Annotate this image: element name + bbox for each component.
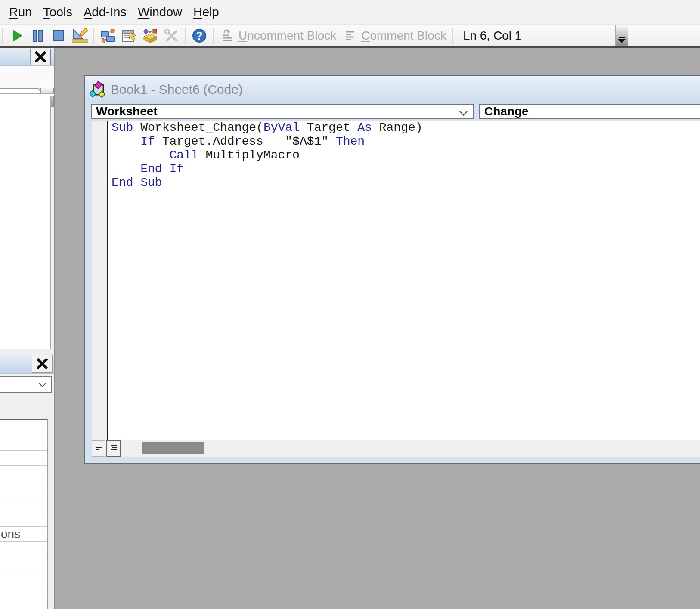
toolbar-options-button[interactable] bbox=[615, 25, 628, 46]
chevron-down-icon bbox=[38, 379, 46, 387]
code-window-combo-row: Worksheet Change bbox=[85, 103, 700, 121]
stop-button[interactable] bbox=[48, 25, 69, 46]
object-browser-icon bbox=[142, 28, 158, 44]
close-icon bbox=[35, 357, 49, 371]
object-browser-button[interactable] bbox=[139, 25, 161, 46]
toolbox-button[interactable] bbox=[161, 25, 182, 46]
uncomment-block-button[interactable]: Uncomment Block bbox=[220, 28, 336, 43]
property-row[interactable] bbox=[0, 511, 47, 526]
menu-item-addins[interactable]: Add-Ins bbox=[78, 5, 132, 19]
run-button[interactable] bbox=[6, 25, 27, 46]
full-module-view-icon bbox=[110, 445, 118, 452]
comment-block-label: Comment Block bbox=[361, 29, 446, 43]
worksheet-code-icon bbox=[90, 81, 106, 98]
property-row[interactable] bbox=[0, 496, 47, 511]
run-icon bbox=[9, 28, 25, 44]
code-window-titlebar[interactable]: Book1 - Sheet6 (Code) bbox=[85, 76, 700, 103]
properties-window-icon bbox=[121, 28, 137, 44]
scrollbar-thumb[interactable] bbox=[142, 442, 204, 454]
comment-block-button[interactable]: Comment Block bbox=[342, 28, 446, 43]
toolbar-separator bbox=[185, 28, 186, 44]
object-combobox-value: Worksheet bbox=[96, 105, 158, 118]
design-mode-icon bbox=[72, 28, 88, 44]
design-mode-button[interactable] bbox=[69, 25, 90, 46]
properties-object-combobox[interactable] bbox=[0, 376, 52, 393]
code-text[interactable]: Sub Worksheet_Change(ByVal Target As Ran… bbox=[108, 121, 700, 440]
property-row[interactable] bbox=[0, 466, 47, 481]
mdi-background: Book1 - Sheet6 (Code) Worksheet Change S… bbox=[55, 48, 700, 609]
property-row[interactable] bbox=[0, 481, 47, 496]
property-row[interactable] bbox=[0, 587, 47, 603]
procedure-combobox[interactable]: Change bbox=[479, 104, 700, 119]
procedure-view-icon bbox=[95, 445, 102, 451]
property-row[interactable] bbox=[0, 542, 47, 557]
object-combobox[interactable]: Worksheet bbox=[91, 104, 474, 119]
project-explorer-icon bbox=[100, 28, 116, 44]
uncomment-block-icon bbox=[220, 28, 235, 43]
menu-item-tools[interactable]: Tools bbox=[37, 5, 78, 19]
menu-item-window[interactable]: Window bbox=[132, 5, 188, 19]
property-row[interactable] bbox=[0, 557, 47, 572]
toolbox-icon bbox=[163, 28, 180, 44]
comment-block-icon bbox=[342, 28, 358, 43]
project-explorer-close-button[interactable] bbox=[30, 49, 50, 65]
property-row[interactable] bbox=[0, 435, 47, 450]
toolbar-separator bbox=[213, 28, 214, 44]
code-window: Book1 - Sheet6 (Code) Worksheet Change S… bbox=[84, 75, 700, 464]
close-icon bbox=[34, 50, 47, 64]
properties-window-button[interactable] bbox=[118, 25, 139, 46]
property-row[interactable]: ons bbox=[0, 527, 47, 542]
menu-bar: RunToolsAdd-InsWindowHelp bbox=[0, 0, 700, 25]
toolbar-separator bbox=[452, 28, 453, 44]
code-line: Call MultiplyMacro bbox=[112, 148, 700, 162]
help-icon: ? bbox=[191, 28, 208, 44]
property-row[interactable] bbox=[0, 451, 47, 466]
property-row[interactable] bbox=[0, 420, 47, 435]
code-line: If Target.Address = "$A$1" Then bbox=[112, 135, 700, 148]
toolbar-separator bbox=[2, 28, 3, 44]
toolbar: ? Uncomment Block Comment Block Ln 6, Co… bbox=[0, 25, 700, 48]
code-line: End If bbox=[112, 162, 700, 176]
caret-position-status: Ln 6, Col 1 bbox=[463, 29, 521, 43]
menu-item-run[interactable]: Run bbox=[3, 5, 37, 19]
help-button[interactable]: ? bbox=[189, 25, 210, 46]
code-margin-indicator-bar[interactable] bbox=[92, 121, 108, 440]
code-editor[interactable]: Sub Worksheet_Change(ByVal Target As Ran… bbox=[92, 121, 700, 440]
properties-grid: ons bbox=[0, 419, 48, 609]
procedure-combobox-value: Change bbox=[484, 105, 529, 118]
properties-close-button[interactable] bbox=[32, 355, 53, 373]
menu-item-help[interactable]: Help bbox=[188, 5, 225, 19]
project-explorer-tree[interactable] bbox=[0, 96, 51, 349]
uncomment-block-label: Uncomment Block bbox=[238, 29, 336, 43]
left-dock-column: ons bbox=[0, 48, 55, 609]
code-horizontal-scrollbar[interactable] bbox=[92, 440, 700, 457]
project-explorer-button[interactable] bbox=[97, 25, 118, 46]
toolbar-options-icon bbox=[617, 37, 626, 44]
stop-icon bbox=[51, 28, 67, 44]
property-row[interactable] bbox=[0, 572, 47, 587]
full-module-view-button[interactable] bbox=[106, 440, 121, 457]
svg-text:?: ? bbox=[196, 30, 202, 42]
toolbar-separator bbox=[93, 28, 94, 44]
code-line: Sub Worksheet_Change(ByVal Target As Ran… bbox=[112, 121, 700, 135]
procedure-view-button[interactable] bbox=[92, 440, 105, 457]
chevron-down-icon bbox=[459, 108, 467, 115]
pause-icon bbox=[30, 28, 46, 44]
code-window-title: Book1 - Sheet6 (Code) bbox=[111, 82, 243, 97]
property-row[interactable] bbox=[0, 603, 47, 609]
project-explorer-toolbar bbox=[0, 66, 54, 93]
pause-button[interactable] bbox=[27, 25, 48, 46]
code-line: End Sub bbox=[112, 176, 700, 190]
